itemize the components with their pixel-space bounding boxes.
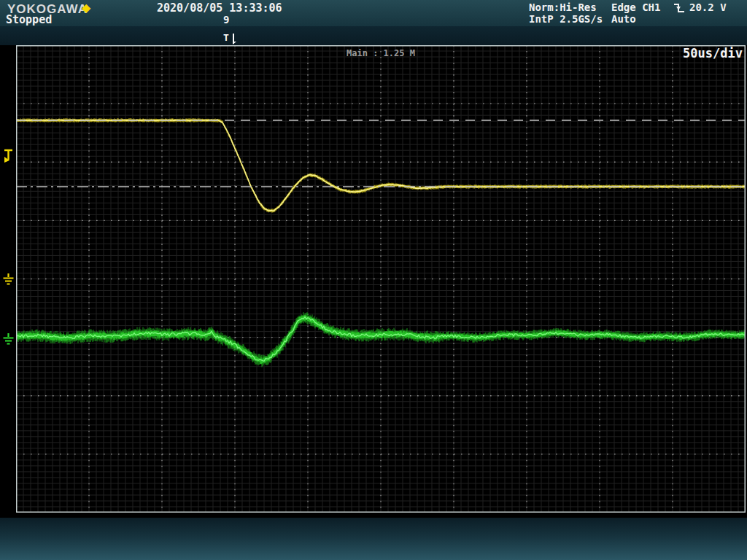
trigger-position-marker[interactable]: T [223, 32, 241, 45]
trigger-source: Edge CH1 [611, 1, 660, 13]
status-bar: YOKOGAWA ◆ 2020/08/05 13:33:06 Stopped 9… [0, 0, 747, 26]
timebase-setting: 50us/div [627, 46, 743, 61]
trigger-level-marker[interactable] [3, 149, 15, 166]
brand-diamond-icon: ◆ [82, 1, 90, 15]
datetime: 2020/08/05 13:33:06 [157, 1, 282, 15]
waveform-display [16, 45, 746, 513]
acquisition-count: 9 [223, 14, 229, 26]
acquisition-status: Stopped [6, 13, 52, 26]
falling-edge-icon [673, 3, 686, 17]
ch2-ground-marker[interactable] [2, 332, 15, 349]
trigger-mode: Auto [611, 13, 636, 25]
ch1-ground-marker[interactable] [2, 273, 15, 289]
oscilloscope-screen: YOKOGAWA ◆ 2020/08/05 13:33:06 Stopped 9… [0, 0, 747, 560]
record-length-info: Main : 1.25 M [308, 48, 454, 58]
channel-bar: 110.0 V/div250.0mV/div3200mV/div4200mV/d… [0, 26, 747, 45]
waveform-canvas [16, 45, 746, 513]
acquisition-mode: Norm:Hi-Res [529, 1, 597, 13]
measurement-bar: V127.20 V V215.90 V ΔV11.30 V Max(C1)27.… [0, 518, 747, 560]
trigger-level: 20.2 V [689, 1, 727, 13]
sample-rate: IntP 2.5GS/s [529, 13, 603, 25]
